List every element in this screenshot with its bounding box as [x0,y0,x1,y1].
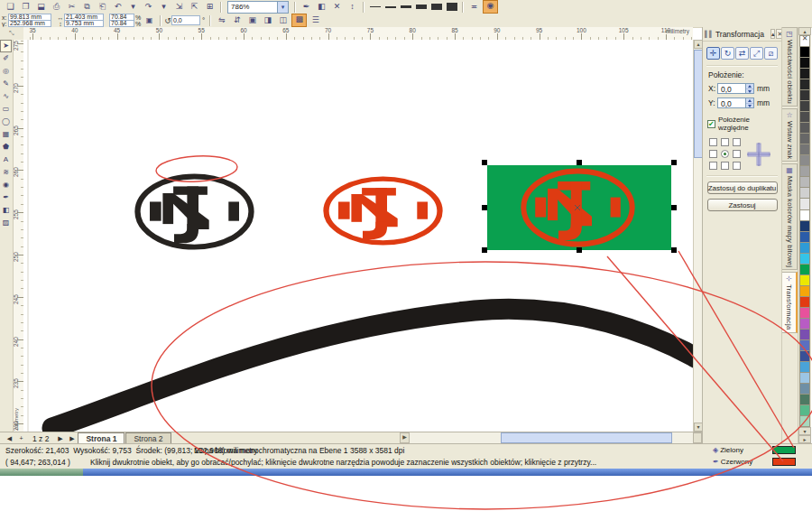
basic-shapes-tool[interactable]: ⬟ [0,141,12,153]
apply-to-duplicate-button[interactable]: Zastosuj do duplikatu [707,181,778,194]
palette-swatch-29[interactable] [799,351,810,362]
new-document-icon[interactable]: ❑ [4,1,17,13]
palette-swatch-33[interactable] [799,395,810,405]
palette-scroll-down-icon[interactable]: ▾ [798,427,811,435]
fill-open-icon[interactable]: ◧ [315,1,328,13]
docker-titlebar[interactable]: ▌▌ Transformacja ▴ ✕ ✕ [703,27,781,42]
transform-skew-button[interactable]: ⧄ [764,47,778,60]
line-width-preset-9[interactable] [445,1,458,13]
palette-swatch-1[interactable] [799,47,810,58]
cut-icon[interactable]: ✂ [65,1,78,13]
zoom-tool[interactable]: ◎ [0,65,12,78]
palette-swatch-17[interactable] [799,221,810,232]
palette-swatch-23[interactable] [799,286,810,297]
anchor-cell-2[interactable] [733,138,741,146]
palette-swatch-9[interactable] [799,134,810,144]
y-spinner[interactable] [746,98,754,108]
palette-swatch-35[interactable] [799,416,810,427]
print-icon[interactable]: ⎙ [50,1,63,13]
import-icon[interactable]: ⇲ [172,1,186,13]
wrap-text-icon[interactable]: ☰ [309,14,322,26]
bitmap-mode-icon[interactable]: ▩ [291,14,307,27]
save-icon[interactable]: ⬓ [34,1,48,13]
docker-grip-icon[interactable]: ▌▌ [705,31,714,37]
outline-tool[interactable]: ✒ [0,191,12,204]
lock-ratio-icon[interactable]: ▣ [143,14,156,26]
no-outline-icon[interactable]: ✕ [330,1,344,13]
zoom-combo-dropdown-icon[interactable]: ▾ [277,2,288,13]
freehand-tool[interactable]: ✎ [0,78,12,90]
apply-button[interactable]: Zastosuj [707,199,778,211]
resample-icon[interactable]: ◫ [276,14,290,26]
scale-v-input[interactable]: 70.84 [109,20,134,27]
palette-swatch-11[interactable] [799,155,810,166]
palette-swatch-19[interactable] [799,243,810,254]
outline-pen-icon[interactable]: ✒ [300,1,313,13]
line-width-preset-7[interactable] [429,1,443,13]
interactive-blend-tool[interactable]: ≋ [0,166,12,179]
canvas-h-scrollbar[interactable]: ◀ ▶ [400,432,693,443]
graphic-pen-icon[interactable]: ◉ [483,0,498,14]
copy-icon[interactable]: ⧉ [80,1,94,13]
edit-bitmap-icon[interactable]: ▣ [245,14,259,26]
relative-position-checkbox[interactable]: ✔ [707,120,715,128]
palette-swatch-20[interactable] [799,254,810,265]
mirror-horizontal-icon[interactable]: ⇋ [215,14,228,26]
redo-caret-icon[interactable]: ▾ [157,1,171,13]
palette-swatch-4[interactable] [799,79,810,90]
undo-icon[interactable]: ↶ [111,1,125,13]
line-style-icon[interactable]: ≖ [467,1,481,13]
palette-swatch-25[interactable] [799,308,810,319]
anchor-cell-5[interactable] [733,150,741,158]
palette-swatch-18[interactable] [799,232,810,243]
palette-swatch-30[interactable] [799,362,810,373]
transform-mirror-button[interactable]: ⇄ [735,47,749,60]
line-width-preset-5[interactable] [414,1,428,13]
ruler-corner[interactable]: ⤡ [0,27,24,41]
transform-y-input[interactable]: 0,0 [717,98,746,108]
palette-swatch-0[interactable] [799,35,810,47]
transform-position-button[interactable]: ✛ [706,47,720,60]
side-tab-transformations[interactable]: ⊹Transformacja [782,272,798,332]
transform-x-input[interactable]: 0,0 [717,83,746,94]
palette-swatch-5[interactable] [799,90,810,101]
palette-swatch-21[interactable] [799,265,810,275]
x-spinner[interactable] [746,83,754,94]
transform-rotate-button[interactable]: ↻ [721,47,734,60]
app-launcher-icon[interactable]: ⊞ [203,1,217,13]
paste-icon[interactable]: ⎗ [96,1,109,13]
fill-tool[interactable]: ◧ [0,204,12,217]
pick-tool[interactable]: ➤ [0,40,12,52]
h-ruler[interactable]: milimetry 354045505560657075808590951001… [23,27,693,41]
palette-swatch-12[interactable] [799,166,810,177]
drawing-canvas[interactable] [23,40,693,432]
anchor-cell-3[interactable] [709,150,717,158]
line-width-preset-1[interactable] [368,1,382,13]
trace-bitmap-icon[interactable]: ◨ [261,14,274,26]
side-tab-bitmap-color-mask[interactable]: ▦Maska kolorów mapy bitowej [782,163,798,270]
graph-paper-tool[interactable]: ▦ [0,128,12,141]
smart-drawing-tool[interactable]: ∿ [0,90,12,103]
palette-swatch-14[interactable] [799,188,810,199]
anchor-cell-0[interactable] [709,138,717,146]
palette-swatch-24[interactable] [799,297,810,308]
palette-swatch-3[interactable] [799,69,810,79]
object-height-input[interactable]: 9.753 mm [64,20,104,27]
palette-swatch-34[interactable] [799,405,810,416]
zoom-levels-combo[interactable]: 786% ▾ [227,1,289,14]
anchor-cell-1[interactable] [721,138,729,146]
ellipse-tool[interactable]: ◯ [0,116,12,128]
docker-collapse-button[interactable]: ▴ [770,29,776,39]
palette-swatch-13[interactable] [799,177,810,188]
undo-caret-icon[interactable]: ▾ [126,1,140,13]
anchor-cell-8[interactable] [733,162,741,170]
line-width-preset-3[interactable] [399,1,412,13]
rectangle-tool[interactable]: ▭ [0,103,12,116]
palette-swatch-2[interactable] [799,58,810,69]
palette-swatch-10[interactable] [799,144,810,155]
export-icon[interactable]: ⇱ [188,1,201,13]
palette-swatch-16[interactable] [799,210,810,221]
h-scroll-thumb[interactable] [501,432,672,443]
shape-tool[interactable]: ✐ [0,52,12,65]
eyedropper-tool[interactable]: ◉ [0,179,12,191]
